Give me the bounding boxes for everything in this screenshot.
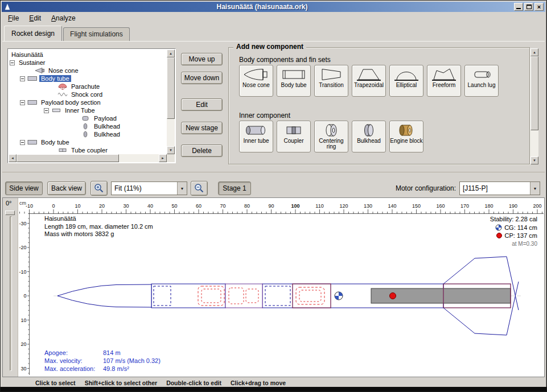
inner-component-label: Inner component <box>239 112 290 119</box>
chevron-down-icon[interactable]: ▼ <box>177 182 187 195</box>
apogee-label: Apogee: <box>44 349 103 357</box>
motor-configuration-select[interactable]: [J115-P] ▼ <box>459 181 540 195</box>
add-inner-tube-button[interactable]: Inner tube <box>239 121 273 152</box>
rotation-slider-handle[interactable] <box>5 211 15 215</box>
titlebar[interactable]: Haisunäätä (haisunaata.ork) × <box>2 2 545 12</box>
tab-flight-simulations[interactable]: Flight simulations <box>63 27 130 41</box>
tree-item-payload-body-section[interactable]: Payload body section <box>9 98 167 106</box>
add-nose-cone-button[interactable]: Nose cone <box>239 65 273 97</box>
stability-value: Stability: 2.28 cal <box>490 215 537 224</box>
tree-item-label: Bulkhead <box>92 123 122 130</box>
tree-item-body-tube[interactable]: Body tube <box>9 75 167 82</box>
rocket-mass: Mass with motors 3832 g <box>44 230 153 238</box>
back-view-button[interactable]: Back view <box>47 181 86 195</box>
add-freeform-fin-button[interactable]: Freeform <box>427 65 461 97</box>
collapse-icon[interactable] <box>20 76 25 81</box>
tree-item-payload[interactable]: Payload <box>9 114 167 122</box>
cg-icon <box>495 224 502 231</box>
scroll-down-icon[interactable]: ▼ <box>167 146 175 154</box>
component-tree[interactable]: Haisunäätä Sustainer Nose cone Body tube… <box>9 49 167 154</box>
button-label: Freeform <box>433 82 456 88</box>
tree-item-parachute[interactable]: Parachute <box>9 82 167 90</box>
button-label: Transition <box>319 82 344 88</box>
tab-rocket-design[interactable]: Rocket design <box>4 26 62 41</box>
maximize-button[interactable] <box>524 3 533 11</box>
menu-analyze[interactable]: Analyze <box>47 13 80 24</box>
svg-text:150: 150 <box>412 203 421 209</box>
scroll-up-icon[interactable]: ▲ <box>530 48 538 56</box>
tree-horizontal-scrollbar[interactable]: ◄ ► <box>9 154 167 162</box>
svg-text:0: 0 <box>52 203 55 209</box>
side-view-button[interactable]: Side view <box>5 181 43 195</box>
svg-text:-10: -10 <box>26 203 33 209</box>
tree-item-body-tube-2[interactable]: Body tube <box>9 138 167 146</box>
maximize-icon <box>527 5 532 9</box>
new-stage-button[interactable]: New stage <box>181 122 223 134</box>
minimize-button[interactable] <box>514 3 523 11</box>
minimize-icon <box>516 5 521 9</box>
move-up-button[interactable]: Move up <box>181 53 223 65</box>
collapse-icon[interactable] <box>44 108 49 113</box>
menu-file[interactable]: File <box>3 13 23 24</box>
tree-item-inner-tube[interactable]: Inner Tube <box>9 106 167 114</box>
rocket-drawing[interactable] <box>54 257 521 335</box>
add-coupler-button[interactable]: Coupler <box>277 121 311 152</box>
tree-item-sustainer[interactable]: Sustainer <box>9 59 167 67</box>
move-down-button[interactable]: Move down <box>181 72 223 84</box>
add-transition-button[interactable]: Transition <box>314 65 348 97</box>
svg-text:180: 180 <box>484 203 493 209</box>
shock-cord-icon <box>57 91 68 98</box>
scroll-thumb[interactable] <box>17 154 119 162</box>
button-label: Coupler <box>283 138 303 144</box>
tree-vertical-scrollbar[interactable]: ▲ ▼ <box>167 49 175 154</box>
collapse-icon[interactable] <box>20 100 25 105</box>
zoom-in-button[interactable] <box>91 181 108 196</box>
freeform-fin-icon <box>431 67 457 82</box>
add-trapezoidal-fin-button[interactable]: Trapezoidal <box>352 65 386 97</box>
add-launch-lug-button[interactable]: Launch lug <box>464 65 499 97</box>
tree-item-bulkhead[interactable]: Bulkhead <box>9 130 167 138</box>
tree-item-tube-coupler[interactable]: Tube coupler <box>9 146 167 154</box>
scroll-thumb[interactable] <box>530 56 538 130</box>
coupler-icon <box>281 123 307 138</box>
tree-item-label: Body tube <box>39 139 71 146</box>
tree-item-label: Parachute <box>69 83 101 90</box>
svg-text:20: 20 <box>20 341 26 347</box>
scroll-up-icon[interactable]: ▲ <box>167 49 175 57</box>
collapse-icon[interactable] <box>10 60 15 65</box>
add-bulkhead-button[interactable]: Bulkhead <box>352 121 386 152</box>
scroll-left-icon[interactable]: ◄ <box>9 154 17 162</box>
add-body-tube-button[interactable]: Body tube <box>277 65 311 97</box>
tab-bar: Rocket design Flight simulations <box>4 26 130 41</box>
add-engine-block-button[interactable]: Engine block <box>389 121 423 152</box>
launch-lug-icon <box>468 67 495 82</box>
zoom-out-button[interactable] <box>191 181 208 196</box>
zoom-level-select[interactable]: Fit (11%) ▼ <box>111 181 187 195</box>
scroll-thumb[interactable] <box>167 57 175 119</box>
tree-item-bulkhead[interactable]: Bulkhead <box>9 122 167 130</box>
close-button[interactable]: × <box>534 3 544 11</box>
svg-text:60: 60 <box>196 203 201 209</box>
chevron-down-icon[interactable]: ▼ <box>530 182 540 195</box>
add-centering-ring-button[interactable]: Centering ring <box>314 121 348 152</box>
svg-text:170: 170 <box>460 203 469 209</box>
tree-item-rocket[interactable]: Haisunäätä <box>9 51 167 59</box>
scroll-right-icon[interactable]: ► <box>159 154 167 162</box>
apogee-value: 814 m <box>103 349 121 357</box>
mach-condition: at M=0.30 <box>490 240 537 249</box>
transition-icon <box>318 67 344 82</box>
delete-button[interactable]: Delete <box>181 145 223 157</box>
svg-text:30: 30 <box>123 203 129 209</box>
edit-button[interactable]: Edit <box>181 98 223 111</box>
add-elliptical-fin-button[interactable]: Elliptical <box>389 65 423 97</box>
scroll-down-icon[interactable]: ▼ <box>530 156 538 164</box>
collapse-icon[interactable] <box>20 140 25 145</box>
component-panel-scrollbar[interactable]: ▲ ▼ <box>530 48 538 164</box>
rotation-slider-track[interactable] <box>10 216 12 371</box>
inner-tube-icon <box>51 107 61 114</box>
menu-edit[interactable]: Edit <box>24 13 46 24</box>
tree-item-shock-cord[interactable]: Shock cord <box>9 90 167 98</box>
rocket-dimensions: Length 189 cm, max. diameter 10.2 cm <box>44 223 153 231</box>
stage-1-toggle[interactable]: Stage 1 <box>218 181 251 195</box>
tree-item-nose-cone[interactable]: Nose cone <box>9 67 167 75</box>
